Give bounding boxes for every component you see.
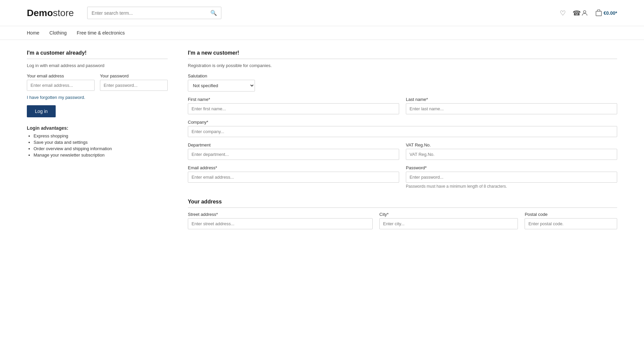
salutation-row: Salutation Not specified Mr. Ms. Dr. Pro… [188,73,617,92]
reg-email-label: Email address* [188,165,399,170]
cart-button[interactable]: €0.00* [595,9,617,17]
logo-bold: Demo [27,8,53,18]
main-nav: Home Clothing Free time & electronics [0,26,644,40]
new-customer-section: I'm a new customer! Registration is only… [188,50,617,229]
postal-label: Postal code [525,212,617,217]
reg-password-input[interactable] [406,172,617,183]
header-icons: ♡ ☎ €0.00* [560,9,617,17]
email-label: Your email address [27,73,95,78]
advantage-item: Order overview and shipping information [34,146,168,151]
header: Demostore 🔍 ♡ ☎ €0.00* [0,0,644,26]
password-group: Your password [100,73,168,91]
search-bar: 🔍 [87,7,221,19]
existing-customer-section: I'm a customer already! Log in with emai… [27,50,168,229]
login-form-row: Your email address Your password [27,73,168,91]
new-customer-title: I'm a new customer! [188,50,617,59]
vat-input[interactable] [406,149,617,160]
advantages-title: Login advantages: [27,125,168,131]
name-row: First name* Last name* [188,97,617,114]
cart-amount: €0.00* [604,10,617,16]
nav-home[interactable]: Home [27,30,39,36]
last-name-input[interactable] [406,103,617,114]
login-password-input[interactable] [100,80,168,91]
reg-email-group: Email address* [188,165,399,189]
postal-input[interactable] [525,218,617,229]
search-input[interactable] [88,8,206,18]
address-section: Your address Street address* City* Posta… [188,199,617,229]
first-name-group: First name* [188,97,399,114]
first-name-label: First name* [188,97,399,102]
account-button[interactable]: ☎ [573,9,588,17]
reg-email-input[interactable] [188,172,399,183]
dept-vat-row: Department VAT Reg.No. [188,142,617,160]
advantages-list: Express shopping Save your data and sett… [27,133,168,158]
advantage-item: Save your data and settings [34,140,168,145]
street-group: Street address* [188,212,373,229]
city-input[interactable] [379,218,518,229]
wishlist-button[interactable]: ♡ [560,9,566,17]
svg-point-0 [583,10,586,13]
salutation-label: Salutation [188,73,617,78]
password-label: Your password [100,73,168,78]
existing-customer-subtitle: Log in with email address and password [27,63,168,68]
department-input[interactable] [188,149,399,160]
company-group: Company* [188,120,617,137]
last-name-group: Last name* [406,97,617,114]
email-group: Your email address [27,73,95,91]
company-label: Company* [188,120,617,125]
new-customer-subtitle: Registration is only possible for compan… [188,63,617,68]
reg-password-label: Password* [406,165,617,170]
reg-password-group: Password* Passwords must have a minimum … [406,165,617,189]
existing-customer-title: I'm a customer already! [27,50,168,59]
street-label: Street address* [188,212,373,217]
first-name-input[interactable] [188,103,399,114]
nav-clothing[interactable]: Clothing [49,30,66,36]
password-hint: Passwords must have a minimum length of … [406,184,617,189]
logo[interactable]: Demostore [27,8,74,18]
last-name-label: Last name* [406,97,617,102]
city-group: City* [379,212,518,229]
search-button[interactable]: 🔍 [206,7,221,19]
postal-group: Postal code [525,212,617,229]
forgot-password-link[interactable]: I have forgotten my password. [27,95,168,100]
department-group: Department [188,142,399,160]
advantage-item: Manage your newsletter subscription [34,153,168,158]
company-input[interactable] [188,126,617,137]
address-row: Street address* City* Postal code [188,212,617,229]
email-pass-row: Email address* Password* Passwords must … [188,165,617,189]
advantage-item: Express shopping [34,133,168,138]
city-label: City* [379,212,518,217]
street-input[interactable] [188,218,373,229]
nav-free-time[interactable]: Free time & electronics [77,30,125,36]
vat-label: VAT Reg.No. [406,142,617,147]
main-content: I'm a customer already! Log in with emai… [0,40,644,239]
login-button[interactable]: Log in [27,105,56,117]
vat-group: VAT Reg.No. [406,142,617,160]
logo-regular: store [53,8,74,18]
address-section-title: Your address [188,199,617,208]
svg-rect-1 [596,11,601,16]
salutation-select[interactable]: Not specified Mr. Ms. Dr. Prof. [188,80,255,92]
department-label: Department [188,142,399,147]
login-email-input[interactable] [27,80,95,91]
